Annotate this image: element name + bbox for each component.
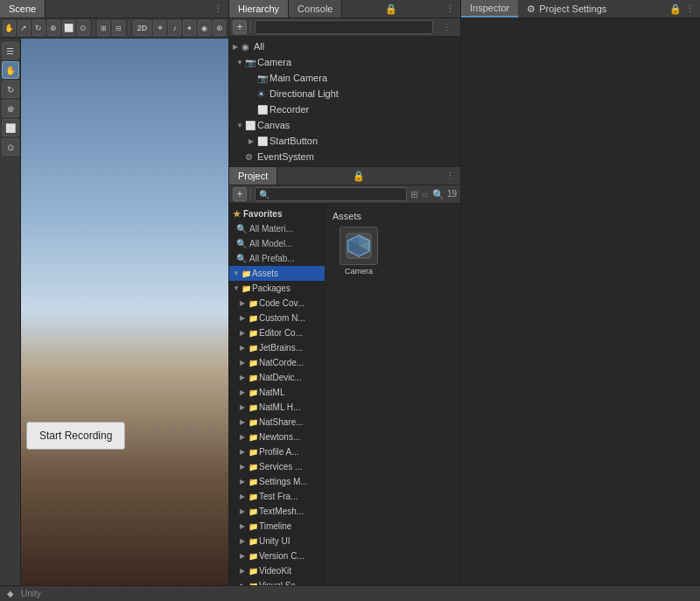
tool-menu[interactable]: ☰ bbox=[2, 42, 19, 59]
project-search-input[interactable] bbox=[255, 187, 407, 201]
assets-grid: Camera bbox=[332, 227, 453, 276]
tree-item-natcorde[interactable]: ▶ 📁 NatCorde... bbox=[229, 355, 325, 370]
fav-star-icon: ★ bbox=[233, 209, 241, 219]
tree-item-timeline[interactable]: ▶ 📁 Timeline bbox=[229, 519, 325, 534]
tree-item-services[interactable]: ▶ 📁 Services ... bbox=[229, 459, 325, 474]
tree-item-settings[interactable]: ▶ 📁 Settings M... bbox=[229, 474, 325, 489]
toolbar-btn-2d[interactable]: 2D bbox=[133, 20, 152, 36]
tree-item-natshare[interactable]: ▶ 📁 NatShare... bbox=[229, 415, 325, 430]
fav-label-prefabs: All Prefab... bbox=[249, 254, 295, 263]
project-icon-3[interactable]: 🔍 bbox=[432, 189, 444, 200]
hier-arrow-start-button: ▶ bbox=[248, 137, 257, 145]
hier-item-recorder[interactable]: ⬜ Recorder bbox=[229, 101, 460, 117]
hier-icon-all: ◉ bbox=[242, 42, 254, 52]
hierarchy-search-input[interactable] bbox=[255, 20, 433, 34]
tree-label-assets: Assets bbox=[252, 269, 278, 278]
hier-toolbar-dots[interactable]: ⋮ bbox=[437, 22, 457, 33]
tool-rotate[interactable]: ↻ bbox=[2, 80, 19, 98]
hier-icon-camera-group: 📷 bbox=[245, 58, 257, 67]
tree-item-videokit[interactable]: ▶ 📁 VideoKit bbox=[229, 563, 325, 578]
hier-item-canvas[interactable]: ▼ ⬜ Canvas bbox=[229, 117, 460, 133]
toolbar-btn-light[interactable]: ☀ bbox=[153, 20, 166, 36]
toolbar-btn-transform[interactable]: ⊙ bbox=[77, 20, 90, 36]
console-tab-label: Console bbox=[298, 3, 332, 14]
hier-add-button[interactable]: + bbox=[233, 20, 247, 34]
toolbar-btn-scene-cam[interactable]: ◉ bbox=[198, 20, 211, 36]
tool-hand[interactable]: ✋ bbox=[2, 61, 19, 79]
hier-item-camera-group[interactable]: ▼ 📷 Camera bbox=[229, 54, 460, 70]
tab-project[interactable]: Project bbox=[229, 167, 277, 185]
tree-item-newtons[interactable]: ▶ 📁 Newtons... bbox=[229, 430, 325, 444]
tree-item-natml[interactable]: ▶ 📁 NatML bbox=[229, 385, 325, 400]
tree-arrow-assets: ▼ bbox=[233, 269, 242, 277]
toolbar-btn-move[interactable]: ↗ bbox=[18, 20, 31, 36]
tree-folder-assets: 📁 bbox=[242, 269, 252, 278]
unity-label: Unity bbox=[21, 589, 41, 598]
tree-item-versionc[interactable]: ▶ 📁 Version C... bbox=[229, 549, 325, 563]
toolbar-sep-1 bbox=[94, 21, 94, 35]
tab-console[interactable]: Console bbox=[289, 0, 342, 17]
hier-item-all[interactable]: ▶ ◉ All bbox=[229, 38, 460, 54]
hier-label-canvas: Canvas bbox=[257, 120, 290, 130]
scene-tab-dots[interactable]: ⋮ bbox=[208, 0, 228, 17]
middle-panel: Hierarchy Console 🔒 ⋮ + ⋮ ▶ ◉ bbox=[229, 0, 461, 585]
tree-item-jetbrains[interactable]: ▶ 📁 JetBrains... bbox=[229, 340, 325, 355]
tool-transform[interactable]: ⊙ bbox=[2, 138, 19, 156]
inspector-dots-icon[interactable]: ⋮ bbox=[685, 3, 695, 15]
hier-arrow-all: ▶ bbox=[233, 43, 242, 51]
hier-item-main-camera[interactable]: 📷 Main Camera bbox=[229, 70, 460, 86]
fav-item-materials[interactable]: 🔍 All Materi... bbox=[229, 221, 325, 236]
asset-item-camera[interactable]: Camera bbox=[332, 227, 385, 276]
hier-console-tab-bar: Hierarchy Console 🔒 ⋮ bbox=[229, 0, 460, 18]
tree-item-unityui[interactable]: ▶ 📁 Unity UI bbox=[229, 534, 325, 549]
toolbar-btn-layers[interactable]: ⊞ bbox=[97, 20, 110, 36]
hier-item-event-system[interactable]: ⚙ EventSystem bbox=[229, 149, 460, 164]
inspector-content bbox=[461, 18, 700, 585]
hier-dots-icon[interactable]: ⋮ bbox=[440, 0, 460, 17]
tree-item-editorcol[interactable]: ▶ 📁 Editor Co... bbox=[229, 325, 325, 340]
scene-panel: Scene ⋮ ✋ ↗ ↻ ⊕ ⬜ ⊙ ⊞ ⊟ 2D ☀ ♪ ✦ ◉ ⊕ bbox=[0, 0, 229, 585]
toolbar-btn-scale[interactable]: ⊕ bbox=[47, 20, 60, 36]
scene-tab-label: Scene bbox=[9, 3, 36, 14]
hier-lock-icon[interactable]: 🔒 bbox=[380, 0, 402, 17]
hier-item-start-button[interactable]: ▶ ⬜ StartButton bbox=[229, 133, 460, 149]
tree-item-visualsc[interactable]: ▶ 📁 Visual Sc... bbox=[229, 578, 325, 585]
tab-scene[interactable]: Scene bbox=[0, 0, 46, 17]
project-add-button[interactable]: + bbox=[233, 187, 247, 201]
tree-arrow-packages: ▼ bbox=[233, 284, 242, 292]
left-tools: ☰ ✋ ↻ ⊕ ⬜ ⊙ bbox=[0, 38, 21, 585]
toolbar-btn-audio[interactable]: ♪ bbox=[168, 20, 181, 36]
toolbar-btn-rotate[interactable]: ↻ bbox=[32, 20, 46, 36]
inspector-lock-icon[interactable]: 🔒 bbox=[669, 3, 682, 15]
tree-item-natdevic[interactable]: ▶ 📁 NatDevic... bbox=[229, 370, 325, 385]
project-icon-2[interactable]: ☆ bbox=[421, 189, 430, 200]
project-icon-1[interactable]: ⊞ bbox=[410, 189, 418, 200]
toolbar-btn-hand[interactable]: ✋ bbox=[3, 20, 16, 36]
tree-item-codecov[interactable]: ▶ 📁 Code Cov... bbox=[229, 296, 325, 311]
fav-item-models[interactable]: 🔍 All Model... bbox=[229, 236, 325, 251]
toolbar-btn-vfx[interactable]: ✦ bbox=[183, 20, 196, 36]
project-dots-icon[interactable]: ⋮ bbox=[440, 167, 460, 185]
tree-item-textmesh[interactable]: ▶ 📁 TextMesh... bbox=[229, 504, 325, 519]
fav-item-prefabs[interactable]: 🔍 All Prefab... bbox=[229, 251, 325, 266]
tool-rect[interactable]: ⬜ bbox=[2, 119, 19, 136]
tree-item-natmlh[interactable]: ▶ 📁 NatML H... bbox=[229, 400, 325, 415]
hier-item-directional-light[interactable]: ☀ Directional Light bbox=[229, 86, 460, 101]
tree-item-testfra[interactable]: ▶ 📁 Test Fra... bbox=[229, 489, 325, 504]
tree-item-packages[interactable]: ▼ 📁 Packages bbox=[229, 281, 325, 296]
toolbar-btn-grid[interactable]: ⊟ bbox=[112, 20, 125, 36]
toolbar-btn-rect[interactable]: ⬜ bbox=[62, 20, 75, 36]
tool-plus[interactable]: ⊕ bbox=[2, 100, 19, 117]
tab-project-settings[interactable]: ⚙ Project Settings bbox=[518, 0, 615, 17]
hier-icon-start-button: ⬜ bbox=[257, 136, 270, 146]
project-lock-icon[interactable]: 🔒 bbox=[347, 167, 370, 185]
tree-item-assets[interactable]: ▼ 📁 Assets bbox=[229, 266, 325, 281]
start-recording-button[interactable]: Start Recording bbox=[26, 422, 125, 450]
tab-inspector[interactable]: Inspector bbox=[461, 0, 518, 17]
tree-item-profilea[interactable]: ▶ 📁 Profile A... bbox=[229, 444, 325, 459]
tree-item-customn[interactable]: ▶ 📁 Custom N... bbox=[229, 311, 325, 325]
hier-icon-canvas: ⬜ bbox=[245, 121, 257, 130]
bottom-bar: ◆ Unity bbox=[0, 585, 700, 601]
tab-hierarchy[interactable]: Hierarchy bbox=[229, 0, 289, 17]
toolbar-btn-gizmos[interactable]: ⊕ bbox=[213, 20, 226, 36]
